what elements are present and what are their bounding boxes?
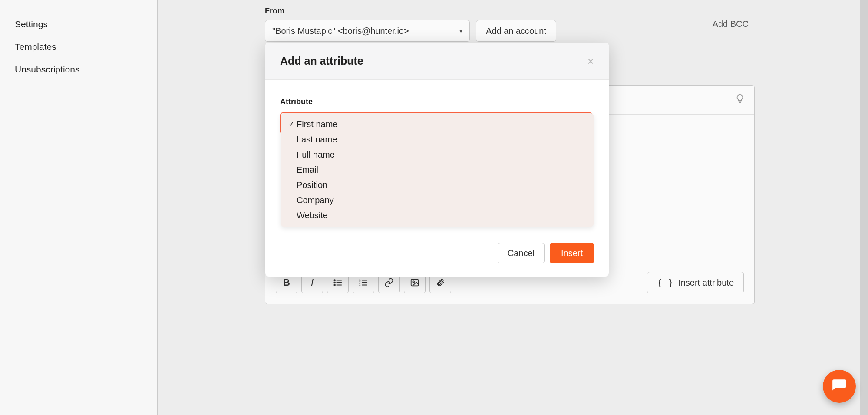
attribute-option-label: Last name — [297, 135, 337, 145]
attribute-option[interactable]: ✓First name — [281, 117, 594, 132]
attribute-label: Attribute — [280, 97, 594, 106]
cancel-button[interactable]: Cancel — [498, 243, 545, 263]
attribute-option-label: Website — [297, 211, 328, 221]
attribute-option[interactable]: Email — [281, 162, 594, 178]
attribute-option-label: Position — [297, 180, 327, 190]
add-attribute-modal: Add an attribute × Attribute ✓First name… — [265, 43, 609, 277]
modal-title: Add an attribute — [280, 55, 363, 67]
attribute-option-label: Full name — [297, 150, 335, 160]
insert-button[interactable]: Insert — [550, 243, 594, 263]
attribute-option-label: Email — [297, 165, 318, 175]
check-icon: ✓ — [286, 120, 297, 129]
attribute-option-label: Company — [297, 195, 334, 205]
close-icon[interactable]: × — [587, 56, 594, 67]
attribute-option[interactable]: Last name — [281, 132, 594, 147]
attribute-option[interactable]: Full name — [281, 147, 594, 162]
chat-icon — [831, 378, 848, 395]
attribute-dropdown: ✓First nameLast nameFull nameEmailPositi… — [281, 113, 594, 227]
chat-fab[interactable] — [823, 370, 856, 403]
attribute-option[interactable]: Position — [281, 178, 594, 193]
attribute-option-label: First name — [297, 119, 337, 129]
attribute-select[interactable]: ✓First nameLast nameFull nameEmailPositi… — [280, 112, 593, 134]
attribute-option[interactable]: Company — [281, 193, 594, 208]
attribute-option[interactable]: Website — [281, 208, 594, 223]
